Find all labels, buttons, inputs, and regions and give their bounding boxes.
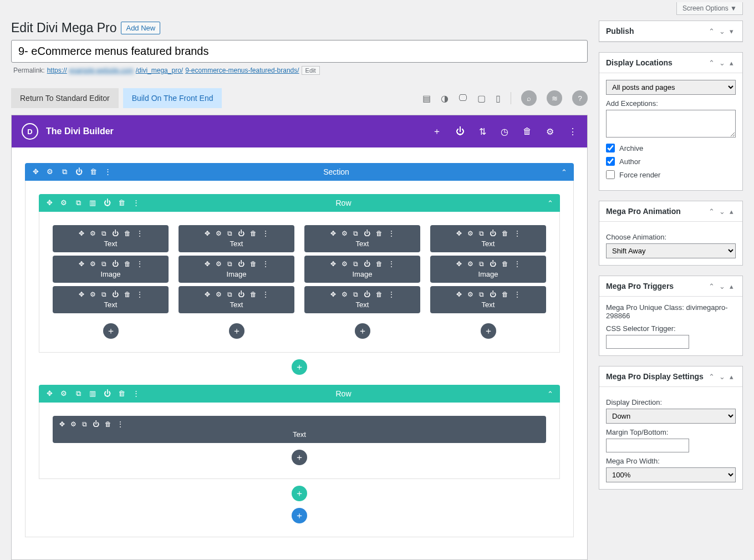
duplicate-icon[interactable]: ⧉ bbox=[101, 291, 106, 298]
css-trigger-input[interactable] bbox=[606, 335, 689, 349]
direction-select[interactable]: Down bbox=[606, 409, 736, 424]
row-bar[interactable]: ✥ ⚙ ⧉ ▥ ⏻ 🗑 ⋮ Row ⌃ bbox=[39, 385, 560, 403]
add-module-button[interactable]: ＋ bbox=[481, 323, 496, 339]
text-module[interactable]: ✥⚙⧉⏻🗑⋮ Text bbox=[53, 286, 169, 313]
search-icon[interactable]: ⌕ bbox=[521, 90, 537, 106]
trash-icon[interactable]: 🗑 bbox=[118, 389, 125, 398]
more-icon[interactable]: ⋮ bbox=[132, 389, 140, 398]
image-module[interactable]: ✥⚙⧉⏻🗑⋮Image bbox=[430, 256, 546, 283]
move-icon[interactable]: ✥ bbox=[32, 167, 39, 176]
power-icon[interactable]: ⏻ bbox=[490, 291, 496, 298]
trash-icon[interactable]: 🗑 bbox=[250, 291, 257, 298]
panel-down-icon[interactable]: ⌄ bbox=[717, 207, 727, 216]
chevron-up-icon[interactable]: ⌃ bbox=[547, 390, 553, 398]
power-icon[interactable]: ⏻ bbox=[103, 389, 111, 398]
gear-icon[interactable]: ⚙ bbox=[90, 230, 96, 237]
margin-input[interactable] bbox=[606, 439, 689, 452]
more-icon[interactable]: ⋮ bbox=[388, 260, 395, 268]
permalink-domain[interactable]: example-website.com bbox=[69, 67, 134, 74]
phone-icon[interactable]: ▯ bbox=[496, 93, 501, 104]
power-icon[interactable]: ⏻ bbox=[112, 260, 119, 268]
columns-icon[interactable]: ▥ bbox=[89, 389, 96, 398]
duplicate-icon[interactable]: ⧉ bbox=[74, 198, 82, 207]
width-select[interactable]: 100% bbox=[606, 467, 736, 482]
permalink-slug[interactable]: 9-ecommerce-menus-featured-brands/ bbox=[185, 67, 299, 74]
gear-icon[interactable]: ⚙ bbox=[70, 420, 77, 428]
duplicate-icon[interactable]: ⧉ bbox=[101, 260, 106, 268]
more-icon[interactable]: ⋮ bbox=[388, 291, 395, 298]
trash-icon[interactable]: 🗑 bbox=[502, 230, 508, 237]
animation-select[interactable]: Shift Away bbox=[606, 243, 736, 258]
text-module[interactable]: ✥⚙⧉⏻🗑⋮ Text bbox=[53, 416, 546, 443]
more-icon[interactable]: ⋮ bbox=[262, 291, 269, 298]
add-row-button[interactable]: ＋ bbox=[292, 359, 307, 375]
more-icon[interactable]: ⋮ bbox=[132, 198, 140, 207]
move-icon[interactable]: ✥ bbox=[330, 291, 336, 298]
power-icon[interactable]: ⏻ bbox=[490, 260, 496, 268]
permalink-path[interactable]: /divi_mega_pro/ bbox=[136, 67, 183, 74]
trash-icon[interactable]: 🗑 bbox=[124, 291, 131, 298]
gear-icon[interactable]: ⚙ bbox=[60, 389, 68, 398]
standard-editor-button[interactable]: Return To Standard Editor bbox=[11, 88, 119, 108]
power-icon[interactable]: ⏻ bbox=[103, 198, 111, 207]
trash-icon[interactable]: 🗑 bbox=[376, 230, 383, 237]
panel-down-icon[interactable]: ⌄ bbox=[717, 59, 727, 67]
chevron-up-icon[interactable]: ⌃ bbox=[561, 168, 567, 176]
text-module[interactable]: ✥⚙⧉⏻🗑⋮Text bbox=[179, 286, 294, 313]
more-icon[interactable]: ⋮ bbox=[514, 260, 521, 268]
power-icon[interactable]: ⏻ bbox=[364, 291, 370, 298]
more-icon[interactable]: ⋮ bbox=[568, 126, 577, 137]
duplicate-icon[interactable]: ⧉ bbox=[479, 230, 484, 237]
clock-icon[interactable]: ◷ bbox=[501, 126, 508, 137]
image-module[interactable]: ✥⚙⧉⏻🗑⋮Image bbox=[179, 256, 294, 283]
add-new-button[interactable]: Add New bbox=[121, 22, 160, 34]
permalink-proto[interactable]: https:// bbox=[47, 67, 67, 74]
trash-icon[interactable]: 🗑 bbox=[502, 291, 508, 298]
panel-down-icon[interactable]: ⌄ bbox=[717, 373, 727, 381]
row-bar[interactable]: ✥ ⚙ ⧉ ▥ ⏻ 🗑 ⋮ Row ⌃ bbox=[39, 194, 560, 212]
move-icon[interactable]: ✥ bbox=[456, 260, 462, 268]
duplicate-icon[interactable]: ⧉ bbox=[353, 230, 358, 237]
trash-icon[interactable]: 🗑 bbox=[250, 230, 257, 237]
move-icon[interactable]: ✥ bbox=[45, 198, 53, 207]
add-module-button[interactable]: ＋ bbox=[229, 323, 244, 339]
power-icon[interactable]: ⏻ bbox=[112, 291, 119, 298]
trash-icon[interactable]: 🗑 bbox=[376, 260, 383, 268]
duplicate-icon[interactable]: ⧉ bbox=[353, 260, 358, 268]
move-icon[interactable]: ✥ bbox=[205, 260, 210, 268]
power-icon[interactable]: ⏻ bbox=[238, 230, 244, 237]
wireframe-icon[interactable]: ◑ bbox=[441, 93, 449, 104]
panel-up-icon[interactable]: ⌃ bbox=[706, 207, 717, 216]
trash-icon[interactable]: 🗑 bbox=[376, 291, 383, 298]
move-icon[interactable]: ✥ bbox=[456, 230, 462, 237]
gear-icon[interactable]: ⚙ bbox=[90, 291, 96, 298]
move-icon[interactable]: ✥ bbox=[45, 389, 53, 398]
desktop-icon[interactable]: 🖵 bbox=[458, 93, 467, 103]
gear-icon[interactable]: ⚙ bbox=[342, 230, 348, 237]
more-icon[interactable]: ⋮ bbox=[136, 260, 143, 268]
power-icon[interactable]: ⏻ bbox=[490, 230, 496, 237]
power-icon[interactable]: ⏻ bbox=[456, 126, 465, 136]
move-icon[interactable]: ✥ bbox=[59, 420, 65, 428]
force-render-checkbox[interactable] bbox=[606, 170, 615, 179]
section-bar[interactable]: ✥ ⚙ ⧉ ⏻ 🗑 ⋮ Section ⌃ bbox=[25, 163, 574, 181]
add-row-button[interactable]: ＋ bbox=[292, 486, 307, 501]
trash-icon[interactable]: 🗑 bbox=[250, 260, 257, 268]
panel-up-icon[interactable]: ⌃ bbox=[706, 27, 717, 35]
gear-icon[interactable]: ⚙ bbox=[467, 260, 473, 268]
layers-icon[interactable]: ≋ bbox=[547, 90, 562, 106]
layout-icon[interactable]: ▤ bbox=[422, 93, 431, 104]
author-checkbox[interactable] bbox=[606, 157, 615, 166]
gear-icon[interactable]: ⚙ bbox=[467, 291, 473, 298]
edit-slug-button[interactable]: Edit bbox=[302, 66, 320, 75]
duplicate-icon[interactable]: ⧉ bbox=[227, 230, 232, 237]
text-module[interactable]: ✥⚙⧉⏻🗑⋮Text bbox=[304, 225, 420, 252]
frontend-build-button[interactable]: Build On The Front End bbox=[123, 88, 222, 108]
move-icon[interactable]: ✥ bbox=[79, 230, 84, 237]
add-module-button[interactable]: ＋ bbox=[355, 323, 370, 339]
gear-icon[interactable]: ⚙ bbox=[216, 291, 222, 298]
more-icon[interactable]: ⋮ bbox=[136, 291, 143, 298]
trash-icon[interactable]: 🗑 bbox=[118, 198, 125, 207]
text-module[interactable]: ✥⚙⧉⏻🗑⋮ Text bbox=[53, 225, 169, 252]
add-section-button[interactable]: ＋ bbox=[292, 508, 307, 523]
